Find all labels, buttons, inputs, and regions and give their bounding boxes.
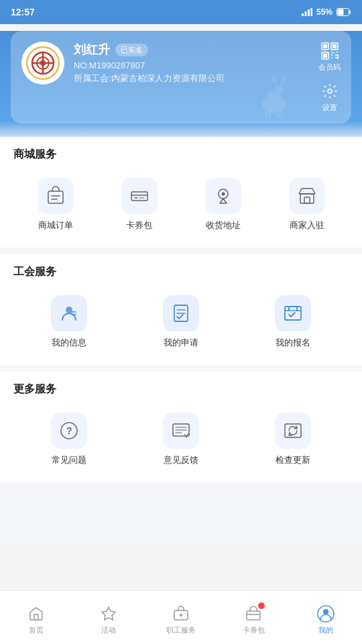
svg-rect-60 <box>285 307 301 320</box>
my-register-item[interactable]: 我的报名 <box>237 290 349 354</box>
nav-worker-service-label: 职工服务 <box>166 625 196 635</box>
activity-icon <box>100 605 117 623</box>
svg-marker-72 <box>102 607 115 620</box>
main-content: 商城服务 商城订单 <box>0 137 362 543</box>
bottom-nav: 首页 活动 职工服务 卡券包 <box>0 590 362 644</box>
more-services-title: 更多服务 <box>13 382 349 396</box>
my-apply-item[interactable]: 我的申请 <box>125 290 237 354</box>
mall-order-label: 商城订单 <box>38 219 73 231</box>
svg-text:?: ? <box>66 425 72 436</box>
my-info-label: 我的信息 <box>52 337 86 349</box>
mall-services-grid: 商城订单 卡券包 <box>13 172 349 237</box>
svg-point-50 <box>221 193 225 196</box>
my-apply-label: 我的申请 <box>164 337 198 349</box>
check-update-label: 检查更新 <box>276 454 310 466</box>
svg-rect-6 <box>349 11 351 14</box>
nav-activity[interactable]: 活动 <box>72 600 145 635</box>
my-register-label: 我的报名 <box>276 337 310 349</box>
qr-code-icon <box>319 42 341 60</box>
nav-home-label: 首页 <box>29 625 44 635</box>
svg-rect-15 <box>323 44 327 48</box>
mall-order-item[interactable]: 商城订单 <box>13 172 97 237</box>
card-actions: 会员码 设置 <box>318 42 341 113</box>
svg-line-37 <box>283 78 285 82</box>
check-update-item[interactable]: 检查更新 <box>237 407 349 472</box>
status-battery-text: 55% <box>316 7 333 17</box>
union-services-grid: 我的信息 我的申请 <box>13 290 349 354</box>
card-coupon-label: 卡券包 <box>126 219 152 231</box>
svg-rect-2 <box>308 9 310 16</box>
mall-order-icon-box <box>38 178 74 214</box>
my-register-icon-box <box>275 295 311 331</box>
svg-rect-17 <box>333 44 337 48</box>
merchant-entry-icon-box <box>289 178 325 214</box>
nav-card-bag-label: 卡券包 <box>243 625 265 635</box>
union-services-title: 工会服务 <box>13 265 349 279</box>
nav-card-bag[interactable]: 卡券包 <box>217 600 290 635</box>
nav-home[interactable]: 首页 <box>0 600 72 635</box>
my-info-icon-box <box>51 295 87 331</box>
mall-services-title: 商城服务 <box>13 148 349 162</box>
member-code-button[interactable]: 会员码 <box>318 42 341 72</box>
status-bar: 12:57 55% <box>0 0 362 24</box>
shipping-address-label: 收货地址 <box>206 219 241 231</box>
avatar <box>21 42 64 85</box>
faq-icon-box: ? <box>51 413 87 449</box>
svg-line-35 <box>280 78 283 86</box>
my-info-item[interactable]: 我的信息 <box>13 290 125 354</box>
feedback-icon-box <box>163 413 199 449</box>
card-bag-icon <box>245 605 262 623</box>
feedback-item[interactable]: 意见反馈 <box>125 407 237 472</box>
member-code-label: 会员码 <box>318 62 341 72</box>
user-member-no: NO:M1990287807 <box>74 60 313 70</box>
svg-line-38 <box>266 111 267 118</box>
svg-line-34 <box>273 79 275 82</box>
svg-rect-5 <box>338 9 344 15</box>
svg-rect-42 <box>48 191 63 203</box>
verified-badge: 已实名 <box>115 44 148 56</box>
svg-line-39 <box>269 111 271 118</box>
card-coupon-item[interactable]: 卡券包 <box>97 172 181 237</box>
svg-rect-51 <box>300 194 314 203</box>
header-bg: 刘红升 已实名 NO:M1990287807 所属工会:内蒙古柏深人力资源有限公… <box>0 31 362 144</box>
worker-service-icon <box>172 605 190 623</box>
nav-activity-label: 活动 <box>101 625 116 635</box>
svg-rect-19 <box>323 54 327 58</box>
nav-mine[interactable]: 我的 <box>290 600 362 635</box>
svg-rect-76 <box>247 611 260 620</box>
more-services-section: 更多服务 ? 常见问题 <box>0 372 362 482</box>
svg-rect-53 <box>304 197 310 203</box>
svg-rect-70 <box>285 424 301 437</box>
more-services-grid: ? 常见问题 意见反馈 <box>13 407 349 472</box>
svg-rect-45 <box>131 192 147 201</box>
svg-point-79 <box>323 609 328 614</box>
status-signal <box>302 8 312 16</box>
svg-line-32 <box>275 79 278 87</box>
svg-line-41 <box>281 111 282 118</box>
settings-icon <box>319 82 341 101</box>
faq-item[interactable]: ? 常见问题 <box>13 407 125 472</box>
settings-button[interactable]: 设置 <box>319 82 341 113</box>
shipping-address-icon-box <box>205 178 241 214</box>
my-apply-icon-box <box>163 295 199 331</box>
user-name: 刘红升 <box>74 42 110 58</box>
svg-point-31 <box>274 86 284 94</box>
shipping-address-item[interactable]: 收货地址 <box>181 172 265 237</box>
union-services-section: 工会服务 我的信息 <box>0 254 362 365</box>
status-time: 12:57 <box>11 7 35 17</box>
nav-mine-label: 我的 <box>318 625 333 635</box>
mine-icon <box>317 605 335 623</box>
feedback-label: 意见反馈 <box>164 454 198 466</box>
merchant-entry-item[interactable]: 商家入驻 <box>265 172 349 237</box>
svg-point-28 <box>328 89 332 93</box>
check-update-icon-box <box>275 413 311 449</box>
merchant-entry-label: 商家入驻 <box>290 219 324 231</box>
nav-worker-service[interactable]: 职工服务 <box>145 600 217 635</box>
svg-rect-1 <box>304 11 306 16</box>
mall-services-section: 商城服务 商城订单 <box>0 137 362 248</box>
deer-decoration <box>244 71 298 118</box>
settings-label: 设置 <box>322 103 337 113</box>
card-bag-badge <box>258 602 265 609</box>
home-icon <box>27 605 45 623</box>
svg-rect-71 <box>34 614 38 620</box>
